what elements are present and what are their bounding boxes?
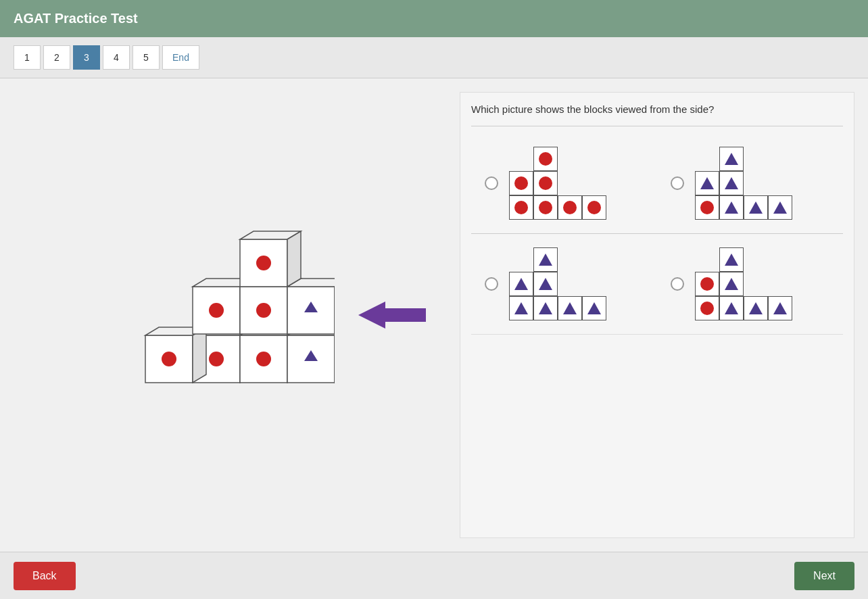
- svg-marker-25: [287, 231, 301, 287]
- radio-d[interactable]: [671, 277, 684, 291]
- svg-marker-1: [125, 227, 132, 231]
- svg-point-0: [125, 227, 132, 235]
- back-button[interactable]: Back: [14, 562, 76, 590]
- cell-a-r3-c2: [533, 195, 558, 220]
- radio-b[interactable]: [671, 176, 684, 190]
- cell-b-r3-c1: [695, 195, 719, 220]
- cell-d-r2-c1: [695, 272, 719, 296]
- cell-a-r1-c1: [509, 147, 533, 171]
- cell-a-r2-c2: [533, 171, 558, 195]
- cell-c-r3-c4: [582, 296, 606, 320]
- blocks-illustration: [125, 227, 335, 403]
- answer-grid-b: [695, 147, 792, 220]
- nav-tab-end[interactable]: End: [162, 45, 199, 70]
- answer-grid-a: [509, 147, 606, 220]
- nav-tab-4[interactable]: 4: [103, 45, 130, 70]
- header: AGAT Practice Test: [0, 0, 868, 37]
- question-visual-panel: [14, 92, 446, 538]
- cell-c-r2-c1: [509, 272, 533, 296]
- navigation-bar: 1 2 3 4 5 End: [0, 37, 868, 78]
- cell-d-r3-c4: [768, 296, 792, 320]
- answer-grid-c: [509, 247, 606, 320]
- cell-c-r1-c2: [533, 247, 558, 272]
- answer-option-d[interactable]: [657, 234, 843, 335]
- cell-a-r2-c1: [509, 171, 533, 195]
- nav-tab-1[interactable]: 1: [14, 45, 41, 70]
- cell-b-r2-c1: [695, 171, 719, 195]
- cell-b-r1-c2: [719, 147, 744, 171]
- cell-a-r1-c2: [533, 147, 558, 171]
- cell-d-r2-c2: [719, 272, 744, 296]
- answer-option-a[interactable]: [471, 133, 657, 234]
- cell-d-r1-c2: [719, 247, 744, 272]
- cell-b-r3-c3: [744, 195, 768, 220]
- direction-arrow: [358, 298, 426, 332]
- nav-tab-2[interactable]: 2: [43, 45, 70, 70]
- main-content: Which picture shows the blocks viewed fr…: [0, 78, 868, 552]
- svg-marker-13: [193, 327, 206, 383]
- radio-a[interactable]: [485, 176, 498, 190]
- cell-b-r3-c4: [768, 195, 792, 220]
- answers-grid: [471, 133, 843, 335]
- footer: Back Next: [0, 552, 868, 599]
- svg-marker-26: [358, 302, 426, 329]
- question-divider: [471, 126, 843, 126]
- question-text: Which picture shows the blocks viewed fr…: [471, 103, 843, 115]
- cell-b-r3-c2: [719, 195, 744, 220]
- app-title: AGAT Practice Test: [14, 11, 138, 26]
- next-button[interactable]: Next: [794, 562, 854, 590]
- cell-c-r2-c2: [533, 272, 558, 296]
- nav-tab-3[interactable]: 3: [73, 45, 100, 70]
- cell-c-r3-c3: [558, 296, 582, 320]
- cell-b-r1-c1: [695, 147, 719, 171]
- cell-a-r3-c3: [558, 195, 582, 220]
- cell-a-r3-c4: [582, 195, 606, 220]
- cell-d-r3-c2: [719, 296, 744, 320]
- cell-d-r3-c1: [695, 296, 719, 320]
- cell-c-r3-c1: [509, 296, 533, 320]
- cell-a-r3-c1: [509, 195, 533, 220]
- nav-tab-5[interactable]: 5: [132, 45, 160, 70]
- answer-grid-d: [695, 247, 792, 320]
- cell-b-r2-c2: [719, 171, 744, 195]
- answers-panel: Which picture shows the blocks viewed fr…: [460, 92, 854, 538]
- cell-c-r1-c1: [509, 247, 533, 272]
- cell-c-r3-c2: [533, 296, 558, 320]
- cell-d-r3-c3: [744, 296, 768, 320]
- answer-option-b[interactable]: [657, 133, 843, 234]
- cell-d-r1-c1: [695, 247, 719, 272]
- answer-option-c[interactable]: [471, 234, 657, 335]
- radio-c[interactable]: [485, 277, 498, 291]
